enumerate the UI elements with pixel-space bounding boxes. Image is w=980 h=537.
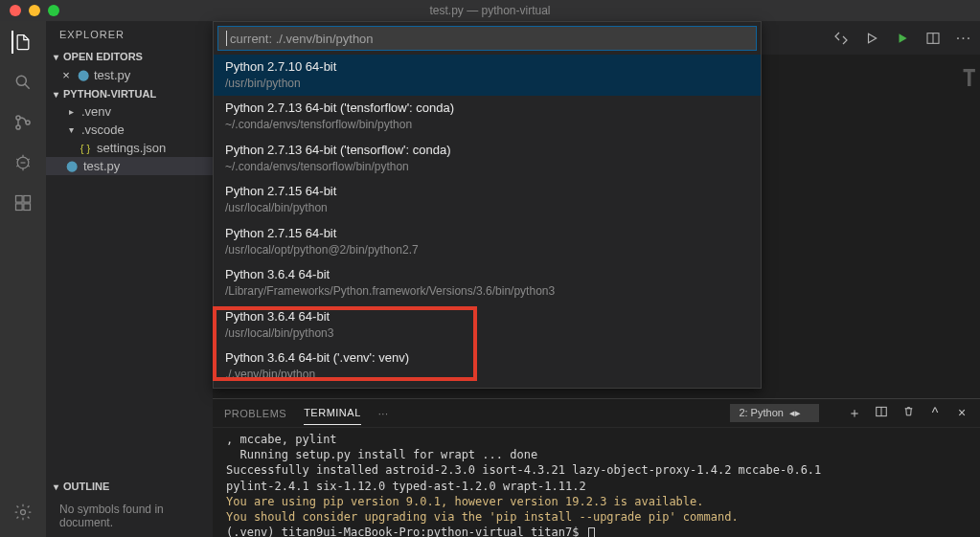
svg-rect-15 [24, 204, 31, 211]
svg-point-0 [16, 76, 26, 85]
quickpick-item-desc: /usr/local/bin/python [225, 201, 749, 216]
svg-line-11 [28, 166, 30, 168]
terminal-line: Successfully installed astroid-2.3.0 iso… [226, 462, 967, 478]
diff-icon[interactable] [832, 30, 850, 47]
more-icon[interactable]: ··· [955, 30, 972, 47]
quickpick-item-desc: ~/.conda/envs/tensorflow/bin/python [225, 160, 749, 175]
quickpick-item[interactable]: Python 2.7.15 64-bit/usr/local/opt/pytho… [214, 221, 761, 262]
terminal-cursor [588, 527, 595, 537]
folder-item[interactable]: ▸.venv [46, 102, 213, 121]
window-title: test.py — python-virtual [429, 4, 550, 17]
file-item[interactable]: { }settings.json [46, 139, 213, 157]
svg-line-9 [28, 159, 30, 161]
close-panel-icon[interactable]: × [955, 405, 969, 422]
terminal-line: , mccabe, pylint [226, 432, 967, 447]
quickpick-item[interactable]: Python 2.7.13 64-bit ('tensorflow': cond… [214, 138, 761, 179]
quickpick-item[interactable]: Python 2.7.10 64-bit/usr/bin/python [214, 55, 761, 96]
svg-marker-19 [900, 34, 907, 42]
chevron-down-icon: ▾ [50, 89, 61, 100]
quickpick-item-label: Python 3.6.4 64-bit [225, 267, 749, 283]
quickpick-item-label: Python 2.7.13 64-bit ('tensorflow': cond… [225, 143, 749, 159]
terminal-select[interactable]: 2: Python ◂▸ [730, 404, 819, 422]
tab-terminal[interactable]: TERMINAL [304, 401, 361, 425]
open-editor-item[interactable]: × ⬤ test.py [46, 65, 213, 85]
chevron-down-icon: ▾ [50, 481, 61, 492]
terminal-line: pylint-2.4.1 six-1.12.0 typed-ast-1.2.0 … [226, 479, 967, 494]
tab-problems[interactable]: PROBLEMS [224, 408, 286, 419]
svg-rect-13 [16, 196, 23, 203]
quickpick-item-desc: /Library/Frameworks/Python.framework/Ver… [225, 284, 749, 300]
titlebar: test.py — python-virtual [0, 0, 980, 21]
quickpick-item-desc: /usr/local/opt/python@2/bin/python2.7 [225, 243, 749, 258]
maximize-panel-icon[interactable]: ^ [928, 405, 942, 422]
traffic-lights [10, 5, 59, 16]
quickpick-item[interactable]: Python 3.6.4 64-bit/usr/local/bin/python… [214, 304, 761, 346]
terminal-line: You are using pip version 9.0.1, however… [226, 494, 967, 509]
quickpick-item-desc: /usr/bin/python [225, 77, 749, 92]
chevron-down-icon: ▾ [65, 124, 77, 135]
files-icon[interactable] [11, 31, 34, 54]
terminal-body[interactable]: , mccabe, pylint Running setup.py instal… [213, 428, 980, 537]
quickpick-item-label: Python 2.7.13 64-bit ('tensforflow': con… [225, 101, 749, 117]
close-window-button[interactable] [10, 5, 21, 16]
panel-tabs: PROBLEMS TERMINAL ··· 2: Python ◂▸ ＋ ^ × [213, 399, 980, 428]
quickpick-item-label: Python 2.7.10 64-bit [225, 59, 749, 76]
quickpick-item-desc: ~/.conda/envs/tensforflow/bin/python [225, 118, 749, 133]
quickpick-item-desc: ./.venv/bin/python [225, 368, 749, 383]
quickpick-input[interactable]: current: ./.venv/bin/python [217, 26, 757, 51]
open-editors-header[interactable]: ▾OPEN EDITORS [46, 48, 213, 65]
tab-more[interactable]: ··· [378, 408, 389, 419]
folder-item[interactable]: ▾.vscode [46, 121, 213, 139]
split-terminal-icon[interactable] [875, 405, 888, 422]
new-terminal-icon[interactable]: ＋ [848, 405, 861, 422]
extensions-icon[interactable] [11, 191, 34, 214]
python-file-icon: ⬤ [65, 160, 79, 173]
outline-header[interactable]: ▾OUTLINE [46, 478, 213, 495]
svg-point-3 [16, 125, 20, 129]
file-item[interactable]: ⬤test.py [46, 157, 213, 175]
quickpick-item[interactable]: Python 3.6.4 64-bit ('.venv': venv)./.ve… [214, 346, 761, 387]
close-editor-icon[interactable]: × [59, 68, 73, 82]
svg-rect-16 [24, 196, 31, 203]
json-file-icon: { } [79, 142, 92, 155]
svg-rect-14 [16, 204, 23, 211]
quickpick-item[interactable]: Python 2.7.13 64-bit ('tensforflow': con… [214, 96, 761, 137]
workspace-header[interactable]: ▾PYTHON-VIRTUAL [46, 85, 213, 102]
activity-bar [0, 21, 46, 537]
interpreter-quickpick: current: ./.venv/bin/python Python 2.7.1… [213, 21, 762, 389]
terminal-line: You should consider upgrading via the 'p… [226, 509, 967, 525]
quickpick-item[interactable]: Python 3.6.4 64-bit/Library/Frameworks/P… [214, 262, 761, 303]
git-icon[interactable] [11, 111, 34, 134]
terminal-line: (.venv) titan9ui-MacBook-Pro:python-virt… [226, 525, 967, 537]
python-file-icon: ⬤ [77, 69, 90, 82]
search-icon[interactable] [11, 71, 34, 94]
settings-gear-icon[interactable] [11, 501, 34, 524]
quickpick-item-label: Python 3.6.4 64-bit [225, 309, 749, 325]
svg-line-10 [16, 166, 18, 168]
explorer-sidebar: EXPLORER ▾OPEN EDITORS × ⬤ test.py ▾PYTH… [46, 21, 213, 537]
trash-icon[interactable] [901, 405, 915, 422]
svg-point-17 [21, 510, 26, 515]
svg-line-8 [16, 159, 18, 161]
file-tree: ▸.venv▾.vscode{ }settings.json⬤test.py [46, 102, 213, 175]
maximize-window-button[interactable] [48, 5, 59, 16]
quickpick-item-label: Python 2.7.15 64-bit [225, 184, 749, 200]
quickpick-list: Python 2.7.10 64-bit/usr/bin/pythonPytho… [214, 55, 761, 388]
quickpick-item-label: Python 2.7.15 64-bit [225, 226, 749, 242]
terminal-line: Running setup.py install for wrapt ... d… [226, 447, 967, 462]
outline-empty: No symbols found in document. [46, 495, 213, 537]
quickpick-item-label: Python 3.6.4 64-bit ('.venv': venv) [225, 350, 749, 367]
run-outline-icon[interactable] [863, 30, 880, 47]
split-editor-icon[interactable] [924, 30, 942, 47]
run-icon[interactable] [894, 30, 911, 47]
tree-item-label: settings.json [97, 141, 166, 155]
chevron-down-icon: ▾ [50, 52, 61, 62]
quickpick-item[interactable]: Python 2.7.15 64-bit/usr/local/bin/pytho… [214, 179, 761, 220]
minimize-window-button[interactable] [29, 5, 40, 16]
svg-point-2 [16, 116, 20, 120]
tree-item-label: test.py [83, 159, 120, 173]
open-editor-label: test.py [94, 68, 130, 82]
chevron-right-icon: ▸ [65, 106, 77, 117]
debug-icon[interactable] [11, 151, 34, 174]
tree-item-label: .venv [81, 104, 111, 119]
